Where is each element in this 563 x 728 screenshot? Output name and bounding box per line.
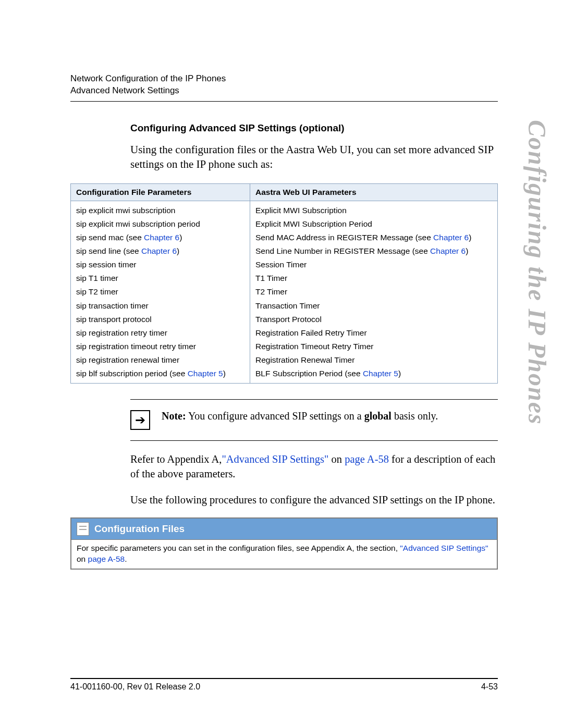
header-rule [70, 101, 498, 102]
arrow-right-icon: ➔ [130, 410, 150, 430]
table-row: sip explicit mwi subscription periodExpl… [71, 217, 498, 231]
footer-right: 4-53 [481, 682, 498, 692]
table-row: sip send mac (see Chapter 6)Send MAC Add… [71, 231, 498, 244]
procedure-paragraph: Use the following procedures to configur… [130, 493, 498, 508]
link-chapter[interactable]: Chapter 5 [188, 369, 223, 378]
table-row: sip transaction timerTransaction Timer [71, 299, 498, 313]
table-row: sip send line (see Chapter 6)Send Line N… [71, 244, 498, 258]
side-title: Configuring the IP Phones [523, 120, 552, 425]
link-advanced-sip-settings[interactable]: "Advanced SIP Settings" [222, 453, 328, 465]
link-chapter[interactable]: Chapter 5 [363, 369, 398, 378]
link-chapter[interactable]: Chapter 6 [430, 246, 466, 255]
refer-paragraph: Refer to Appendix A,"Advanced SIP Settin… [130, 452, 498, 481]
table-row: sip registration timeout retry timerRegi… [71, 340, 498, 353]
table-row: sip T1 timerT1 Timer [71, 272, 498, 285]
link-page-a58[interactable]: page A-58 [345, 453, 389, 465]
footer-rule [70, 678, 498, 679]
table-row: sip transport protocolTransport Protocol [71, 313, 498, 326]
parameters-table: Configuration File Parameters Aastra Web… [70, 183, 498, 384]
table-header-col2: Aastra Web UI Parameters [250, 183, 497, 201]
configuration-files-title: Configuration Files [94, 523, 185, 535]
section-title: Configuring Advanced SIP Settings (optio… [130, 122, 498, 134]
configuration-files-box: Configuration Files For specific paramet… [70, 517, 498, 569]
note-block: ➔ Note: You configure advanced SIP setti… [130, 399, 498, 441]
link-chapter[interactable]: Chapter 6 [141, 246, 177, 255]
link-advanced-sip-settings-2[interactable]: "Advanced SIP Settings" [400, 544, 488, 552]
configuration-files-body: For specific parameters you can set in t… [71, 540, 497, 568]
table-header-col1: Configuration File Parameters [71, 183, 250, 201]
document-icon [77, 522, 89, 536]
table-row: sip registration retry timerRegistration… [71, 326, 498, 340]
table-row: sip session timerSession Timer [71, 258, 498, 272]
footer-left: 41-001160-00, Rev 01 Release 2.0 [70, 682, 200, 692]
table-row: sip explicit mwi subscriptionExplicit MW… [71, 201, 498, 217]
note-text: Note: You configure advanced SIP setting… [162, 410, 438, 422]
table-row: sip blf subscription period (see Chapter… [71, 367, 498, 384]
table-row: sip T2 timerT2 Timer [71, 285, 498, 299]
table-row: sip registration renewal timerRegistrati… [71, 353, 498, 367]
link-page-a58-2[interactable]: page A-58 [88, 554, 125, 563]
section-intro: Using the configuration files or the Aas… [130, 142, 498, 172]
header-section: Advanced Network Settings [70, 85, 498, 97]
link-chapter[interactable]: Chapter 6 [144, 233, 179, 242]
link-chapter[interactable]: Chapter 6 [433, 233, 469, 242]
header-chapter: Network Configuration of the IP Phones [70, 73, 498, 85]
